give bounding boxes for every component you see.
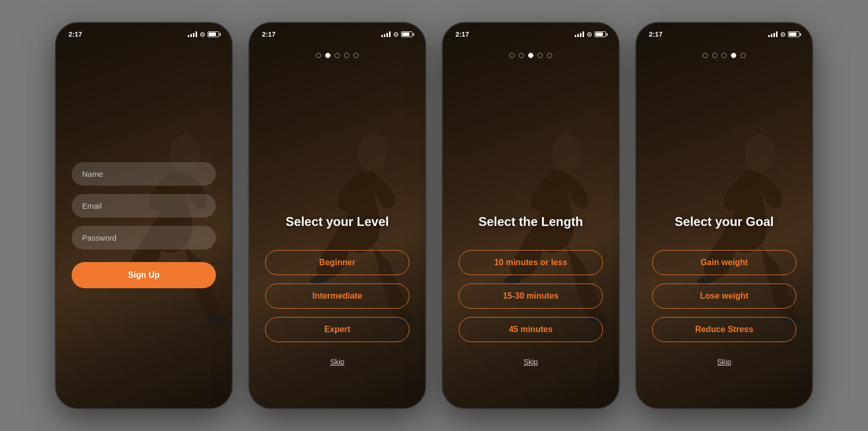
phone-screen-3: 2:17 ⊙ Select the Length 10 minutes or l… <box>442 22 620 409</box>
wifi-icon-3: ⊙ <box>587 31 592 38</box>
time-display-4: 2:17 <box>649 30 663 38</box>
dot-3-screen3 <box>528 53 533 58</box>
progress-dots-3 <box>443 42 619 74</box>
dot-2-screen4 <box>712 53 717 58</box>
goal-title: Select your Goal <box>664 214 784 229</box>
wifi-icon-1: ⊙ <box>200 31 205 38</box>
dot-1-screen4 <box>703 53 708 58</box>
wifi-icon-2: ⊙ <box>393 31 398 38</box>
name-input[interactable] <box>72 162 216 186</box>
status-bar-1: 2:17 ⊙ <box>56 23 232 42</box>
goal-options: Gain weight Lose weight Reduce Stress <box>636 250 812 342</box>
lose-weight-button[interactable]: Lose weight <box>652 283 796 309</box>
intermediate-button[interactable]: Intermediate <box>265 283 409 309</box>
skip-link-4[interactable]: Skip <box>717 358 731 377</box>
status-icons-1: ⊙ <box>188 31 219 38</box>
battery-icon-2 <box>401 31 413 37</box>
status-bar-3: 2:17 ⊙ <box>443 23 619 42</box>
dot-1-screen3 <box>509 53 515 58</box>
password-input[interactable] <box>72 226 216 249</box>
screen-signup: 2:17 ⊙ Sign Up <box>56 23 232 408</box>
reduce-stress-button[interactable]: Reduce Stress <box>652 317 796 342</box>
dot-4-screen4 <box>731 53 736 58</box>
status-bar-2: 2:17 ⊙ <box>249 23 425 42</box>
dot-4-screen2 <box>344 53 349 58</box>
skip-link-3[interactable]: Skip <box>523 358 538 377</box>
length-title: Select the Length <box>468 214 593 229</box>
screen-level: 2:17 ⊙ Select your Level Beginner <box>249 23 425 408</box>
beginner-button[interactable]: Beginner <box>265 250 409 275</box>
time-display-3: 2:17 <box>455 30 469 38</box>
signal-icon-3 <box>575 31 584 37</box>
signal-icon-2 <box>381 31 391 37</box>
dot-3-screen2 <box>335 53 340 58</box>
signup-form: Sign Up <box>56 42 232 408</box>
screen-goal: 2:17 ⊙ Select your Goal Gain weight <box>636 23 812 408</box>
length-options: 10 minutes or less 15-30 minutes 45 minu… <box>443 250 619 342</box>
dot-5-screen3 <box>547 53 552 58</box>
dot-3-screen4 <box>722 53 727 58</box>
expert-button[interactable]: Expert <box>265 317 409 342</box>
signal-icon-4 <box>768 31 778 37</box>
screen-length: 2:17 ⊙ Select the Length 10 minutes or l… <box>443 23 619 408</box>
45min-button[interactable]: 45 minutes <box>459 317 603 342</box>
goal-content: Select your Goal Gain weight Lose weight… <box>636 74 812 408</box>
phone-screen-4: 2:17 ⊙ Select your Goal Gain weight <box>635 22 813 409</box>
battery-icon-4 <box>788 31 800 37</box>
30min-button[interactable]: 15-30 minutes <box>459 283 603 309</box>
dot-1-screen2 <box>316 53 321 58</box>
status-icons-4: ⊙ <box>768 31 800 38</box>
dot-5-screen2 <box>353 53 359 58</box>
wifi-icon-4: ⊙ <box>780 31 785 38</box>
10min-button[interactable]: 10 minutes or less <box>459 250 603 275</box>
progress-dots-2 <box>249 42 425 74</box>
level-title: Select your Level <box>275 214 399 229</box>
dot-5-screen4 <box>740 53 746 58</box>
progress-dots-4 <box>636 42 812 74</box>
time-display-1: 2:17 <box>68 30 82 38</box>
phone-screen-1: 2:17 ⊙ Sign Up <box>55 22 233 409</box>
phone-screen-2: 2:17 ⊙ Select your Level Beginner <box>248 22 426 409</box>
level-options: Beginner Intermediate Expert <box>249 250 425 342</box>
battery-icon-3 <box>595 31 606 37</box>
status-icons-2: ⊙ <box>381 31 413 38</box>
dot-2-screen3 <box>519 53 524 58</box>
gain-weight-button[interactable]: Gain weight <box>652 250 796 275</box>
status-bar-4: 2:17 ⊙ <box>636 23 812 42</box>
dot-4-screen3 <box>538 53 543 58</box>
battery-icon-1 <box>208 31 219 37</box>
length-content: Select the Length 10 minutes or less 15-… <box>443 74 619 408</box>
dot-2-screen2 <box>325 53 330 58</box>
skip-link-2[interactable]: Skip <box>330 358 344 377</box>
email-input[interactable] <box>72 194 216 218</box>
level-content: Select your Level Beginner Intermediate … <box>249 74 425 408</box>
signal-icon-1 <box>188 31 197 37</box>
time-display-2: 2:17 <box>262 30 276 38</box>
signup-button[interactable]: Sign Up <box>72 262 216 288</box>
status-icons-3: ⊙ <box>575 31 606 38</box>
